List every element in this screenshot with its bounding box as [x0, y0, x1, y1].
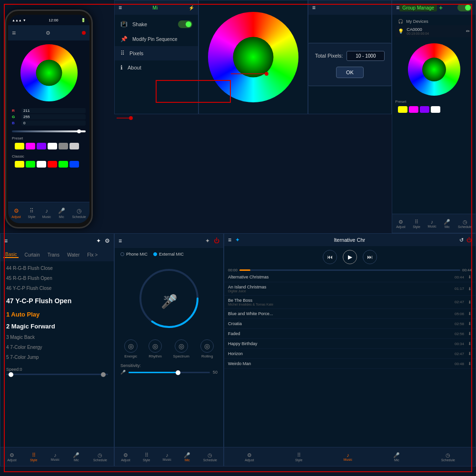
swatch-purple[interactable] [37, 143, 46, 149]
music-nav-schedule[interactable]: ◷Schedule [441, 452, 455, 462]
style-nav-music[interactable]: ♪Music [51, 452, 60, 461]
group-color-wheel[interactable] [408, 43, 460, 96]
mic-ctrl-spectrum[interactable]: ◎ Spectrum [173, 339, 189, 358]
shake-toggle[interactable] [178, 20, 192, 28]
group-swatch-3[interactable] [420, 106, 429, 113]
settings-icon[interactable]: ⚙ [46, 30, 50, 36]
rolling-circle[interactable]: ◎ [200, 339, 214, 353]
style-nav-style[interactable]: ⠿Style [30, 452, 38, 462]
music-nav-adjust[interactable]: ⚙Adjust [245, 452, 254, 462]
color-wheel-large[interactable] [208, 12, 298, 102]
mic-nav-music[interactable]: ♪Music [163, 452, 171, 461]
classic-swatch-yellow[interactable] [15, 161, 24, 168]
mic-ctrl-rhythm[interactable]: ◎ Rhythm [149, 339, 162, 358]
brightness-slider[interactable] [12, 130, 86, 132]
energic-circle[interactable]: ◎ [124, 339, 138, 353]
effect-2[interactable]: 2 Magic Forward [0, 320, 114, 332]
group-nav-mic[interactable]: 🎤Mic [444, 219, 450, 228]
swatch-magenta[interactable] [26, 143, 35, 149]
effect-1[interactable]: 1 Auto Play [0, 308, 114, 320]
track-4[interactable]: Blue and White Porce... 05:06 ⬇ [224, 309, 476, 319]
mic-nav-mic[interactable]: 🎤Mic [184, 452, 190, 462]
menu-item-pixels[interactable]: ⠿ Pixels [115, 46, 198, 60]
group-swatch-2[interactable] [409, 106, 418, 113]
style-nav-schedule[interactable]: ◷Schedule [93, 452, 107, 462]
tab-curtain[interactable]: Curtain [22, 252, 41, 258]
classic-swatch-lime[interactable] [59, 161, 68, 168]
track-1[interactable]: Alternative Christmas 00:44 ⬇ [224, 272, 476, 282]
menu-item-pin[interactable]: 📌 Modify Pin Sequence [115, 32, 198, 46]
track-7[interactable]: Happy Birthday 00:34 ⬇ [224, 339, 476, 349]
pixels-input-field[interactable] [347, 51, 385, 61]
edit-icon[interactable]: ✏ [466, 29, 470, 34]
mic-ctrl-energic[interactable]: ◎ Energic [124, 339, 138, 358]
effect-44[interactable]: 44 R-G-B Flush Close [0, 263, 114, 273]
power-icon[interactable]: ⚡ [188, 5, 194, 10]
phone-mic-radio[interactable] [120, 252, 124, 256]
group-nav-adjust[interactable]: ⚙Adjust [396, 219, 405, 228]
menu-item-about[interactable]: ℹ About [115, 60, 198, 75]
mic-nav-style[interactable]: ⠿Style [143, 452, 150, 462]
time-bar[interactable] [239, 269, 460, 271]
hamburger-icon[interactable]: ≡ [12, 29, 16, 37]
music-nav-style[interactable]: ⠿Style [295, 452, 303, 462]
swatch-lightgray[interactable] [69, 143, 79, 149]
mic-ctrl-rolling[interactable]: ◎ Rolling [200, 339, 214, 358]
track-6[interactable]: Faded 02:56 ⬇ [224, 329, 476, 339]
swatch-yellow[interactable] [15, 143, 24, 149]
tab-basic[interactable]: Basic [3, 252, 19, 258]
style-nav-adjust[interactable]: ⚙Adjust [7, 452, 16, 462]
device-item-1[interactable]: 💡 CA0000 00:19:00:00:04 ✏ [395, 25, 473, 37]
classic-swatch-white[interactable] [37, 161, 46, 168]
mic-nav-schedule[interactable]: ◷Schedule [203, 452, 217, 462]
group-toggle[interactable] [457, 4, 472, 11]
menu2-settings-icon[interactable]: ⚙ [105, 238, 110, 244]
play-button[interactable]: ▶ [343, 250, 357, 264]
group-nav-schedule[interactable]: ◷Schedule [458, 219, 472, 228]
effect-45[interactable]: 45 R-G-B Flush Open [0, 273, 114, 283]
sensitivity-track[interactable] [129, 372, 210, 373]
nav-style[interactable]: ⠿ Style [28, 208, 36, 218]
classic-swatch-blue[interactable] [69, 161, 79, 168]
group-nav-style[interactable]: ⠿Style [413, 219, 420, 228]
style-nav-mic[interactable]: 🎤Mic [73, 452, 79, 462]
color-wheel[interactable] [20, 44, 78, 101]
rhythm-circle[interactable]: ◎ [149, 339, 162, 353]
speed-thumb[interactable] [9, 372, 13, 377]
effect-5[interactable]: 5 7-Color Jump [0, 352, 114, 362]
prev-button[interactable]: ⏮ [323, 250, 337, 264]
tab-trans[interactable]: Trans [46, 252, 61, 258]
phone-mic-option[interactable]: Phone MIC [120, 252, 148, 257]
effect-3[interactable]: 3 Magic Back [0, 332, 114, 342]
add-group-button[interactable]: + [439, 4, 443, 11]
track-9[interactable]: Weirdo Man 00:48 ⬇ [224, 359, 476, 369]
nav-mic[interactable]: 🎤 Mic [58, 208, 65, 218]
classic-swatch-red[interactable] [48, 161, 57, 168]
tab-flx[interactable]: Flx > [85, 252, 99, 258]
track-8[interactable]: Horizon 02:47 ⬇ [224, 349, 476, 359]
swatch-gray[interactable] [59, 143, 68, 149]
effect-4[interactable]: 4 7-Color Energy [0, 342, 114, 352]
external-mic-option[interactable]: External MIC [153, 252, 184, 257]
sensitivity-thumb[interactable] [176, 370, 180, 375]
music-refresh-icon[interactable]: ↺ [459, 237, 464, 243]
classic-swatch-green[interactable] [26, 161, 35, 168]
menu-item-shake[interactable]: 📳 Shake [115, 17, 198, 32]
tab-water[interactable]: Water [65, 252, 81, 258]
music-nav-music[interactable]: ♪Music [344, 452, 352, 461]
music-power-icon[interactable]: ⏻ [466, 237, 472, 243]
nav-schedule[interactable]: ◷ Schedule [72, 208, 86, 218]
effect-46[interactable]: 46 Y-C-P Flush Close [0, 283, 114, 293]
spectrum-circle[interactable]: ◎ [175, 339, 188, 353]
pixels-ok-button[interactable]: OK [336, 67, 364, 78]
mic-header-power[interactable]: ⏻ [214, 238, 219, 244]
external-mic-radio[interactable] [153, 252, 157, 256]
swatch-white[interactable] [48, 143, 57, 149]
group-nav-music[interactable]: ♪Music [427, 219, 436, 228]
effect-47[interactable]: 47 Y-C-P Flush Open [0, 293, 114, 308]
next-button[interactable]: ⏭ [363, 250, 377, 264]
speed-slider[interactable] [6, 374, 108, 375]
brightness-thumb[interactable] [77, 129, 81, 133]
mic-nav-adjust[interactable]: ⚙Adjust [121, 452, 130, 462]
track-3[interactable]: Be The Boss Michel Invalides & Tomas Kat… [224, 296, 476, 309]
